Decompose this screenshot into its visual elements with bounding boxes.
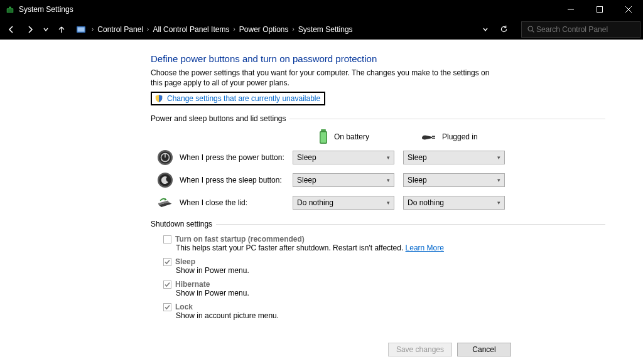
save-changes-button[interactable]: Save changes [388,343,452,356]
svg-rect-15 [432,138,435,139]
divider [216,224,605,225]
divider [289,119,605,119]
column-plugged-in: Plugged in [403,129,510,144]
row-power-button: When I press the power button: Sleep ▾ S… [151,149,605,166]
content: Define power buttons and turn on passwor… [151,40,605,320]
power-button-plugged-select[interactable]: Sleep ▾ [403,151,505,164]
power-button-icon [157,149,173,166]
chevron-down-icon: ▾ [387,200,390,206]
lock-checkbox[interactable] [163,303,171,311]
fast-startup-checkbox[interactable] [163,235,171,244]
chevron-right-icon: › [92,26,94,33]
fast-startup-label: Turn on fast startup (recommended) [175,235,305,244]
back-button[interactable] [3,21,20,38]
row-close-lid: When I close the lid: Do nothing ▾ Do no… [151,195,605,211]
crumb-control-panel[interactable]: Control Panel [97,25,143,34]
sleep-sub: Show in Power menu. [176,266,605,275]
chevron-down-icon: ▾ [497,177,500,183]
chevron-down-icon: ▾ [387,154,390,161]
column-on-battery: On battery [293,129,399,144]
crumb-system-settings[interactable]: System Settings [298,25,353,34]
search-icon [527,25,535,33]
minimize-button[interactable] [556,0,585,19]
shutdown-settings-title: Shutdown settings [151,220,212,228]
fast-startup-sub: This helps start your PC faster after sh… [176,244,403,252]
page-description: Choose the power settings that you want … [151,68,502,88]
close-lid-plugged-select[interactable]: Do nothing ▾ [403,196,505,210]
chevron-right-icon: › [293,26,294,33]
sleep-button-battery-select[interactable]: Sleep ▾ [293,173,394,187]
svg-rect-2 [8,9,13,12]
chevron-right-icon: › [147,26,149,33]
lock-sub: Show in account picture menu. [176,311,605,320]
navbar: › Control Panel › All Control Panel Item… [0,19,643,40]
hibernate-sub: Show in Power menu. [176,289,605,297]
change-unavailable-settings-link[interactable]: Change settings that are currently unava… [167,94,320,103]
page-title: Define power buttons and turn on passwor… [151,53,605,64]
app-icon [5,4,15,14]
power-sleep-group-title: Power and sleep buttons and lid settings [151,114,286,123]
svg-rect-4 [597,7,603,13]
sleep-button-label: When I press the sleep button: [180,176,282,185]
change-unavailable-settings[interactable]: Change settings that are currently unava… [151,92,325,105]
svg-rect-8 [78,27,85,31]
footer: Save changes Cancel [0,339,643,360]
crumb-all-items[interactable]: All Control Panel Items [153,25,229,34]
svg-point-9 [528,26,532,31]
close-button[interactable] [614,0,643,19]
up-button[interactable] [53,21,70,38]
svg-rect-1 [9,7,11,9]
power-button-battery-select[interactable]: Sleep ▾ [293,151,394,164]
power-sleep-group: Power and sleep buttons and lid settings… [151,114,605,211]
window-title: System Settings [19,5,556,14]
chevron-down-icon: ▾ [387,177,390,183]
forward-button[interactable] [21,21,39,38]
hibernate-label: Hibernate [175,280,210,289]
recent-locations-button[interactable] [40,21,51,38]
svg-rect-13 [321,132,327,143]
search-box[interactable] [521,21,640,38]
shutdown-lock: Lock Show in account picture menu. [163,302,605,320]
chevron-down-icon: ▾ [497,154,500,161]
shutdown-hibernate: Hibernate Show in Power menu. [163,280,605,297]
control-panel-icon [75,24,87,35]
power-button-label: When I press the power button: [180,153,284,162]
close-lid-icon [157,195,173,211]
search-input[interactable] [535,24,635,35]
chevron-right-icon: › [233,26,235,33]
battery-icon [318,129,329,144]
maximize-button[interactable] [585,0,614,19]
sleep-label: Sleep [175,257,195,266]
plug-icon [421,132,437,142]
refresh-button[interactable] [495,21,512,38]
shutdown-settings-group: Shutdown settings Turn on fast startup (… [151,220,605,320]
row-sleep-button: When I press the sleep button: Sleep ▾ S… [151,172,605,188]
svg-line-10 [532,31,534,33]
crumb-power-options[interactable]: Power Options [239,25,289,34]
fast-startup-learn-more[interactable]: Learn More [406,244,444,252]
close-lid-battery-select[interactable]: Do nothing ▾ [293,196,394,210]
close-lid-label: When I close the lid: [180,198,247,207]
shield-icon [154,94,163,103]
lock-label: Lock [175,302,193,311]
svg-rect-14 [432,136,435,137]
svg-rect-11 [321,129,326,131]
titlebar: System Settings [0,0,643,19]
hibernate-checkbox[interactable] [163,281,171,289]
sleep-button-icon [157,172,173,188]
address-dropdown-button[interactable] [480,21,491,38]
shutdown-sleep: Sleep Show in Power menu. [163,257,605,275]
breadcrumb[interactable]: › Control Panel › All Control Panel Item… [72,21,478,38]
cancel-button[interactable]: Cancel [457,343,511,356]
window-controls [556,0,643,19]
chevron-down-icon: ▾ [497,200,500,206]
shutdown-fast-startup: Turn on fast startup (recommended) This … [163,235,605,252]
sleep-button-plugged-select[interactable]: Sleep ▾ [403,173,505,187]
sleep-checkbox[interactable] [163,258,171,266]
